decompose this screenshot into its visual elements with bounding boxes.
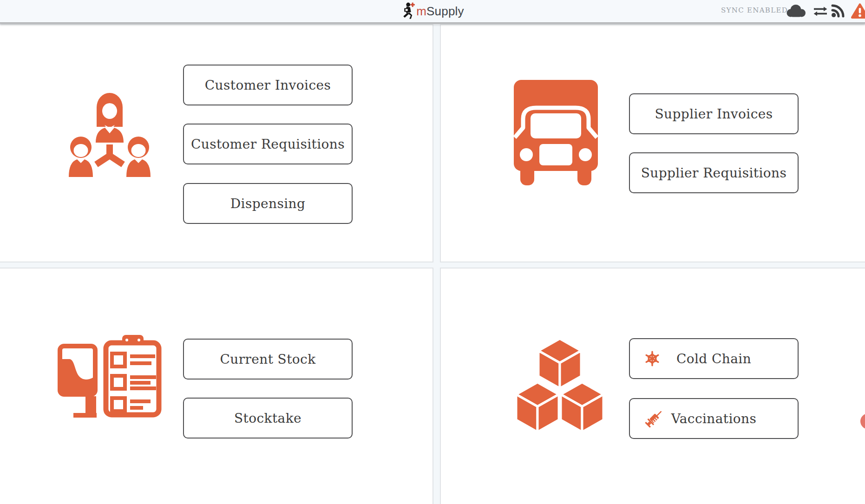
customers-group-icon xyxy=(57,91,163,177)
stock-quadrant: Current Stock Stocktake xyxy=(0,268,433,504)
button-label: Vaccinations xyxy=(671,411,757,426)
msupply-home-screen: mSupply SYNC ENABLED xyxy=(0,0,865,504)
monitor-checklist-icon xyxy=(57,335,164,421)
supplier-invoices-button[interactable]: Supplier Invoices xyxy=(629,93,799,134)
sync-arrows-icon[interactable] xyxy=(813,6,827,19)
msupply-logo: mSupply xyxy=(401,1,464,21)
cold-chain-button[interactable]: Cold Chain xyxy=(629,338,799,379)
stocktake-button[interactable]: Stocktake xyxy=(183,398,353,439)
modules-quadrant: Cold Chain Vaccinations xyxy=(440,268,865,504)
dispensing-button[interactable]: Dispensing xyxy=(183,183,353,224)
cloud-sync-icon[interactable] xyxy=(785,4,807,20)
current-stock-button[interactable]: Current Stock xyxy=(183,339,353,380)
snowflake-icon xyxy=(644,350,661,367)
warning-triangle-icon[interactable] xyxy=(851,3,865,21)
button-label: Dispensing xyxy=(230,196,306,211)
customer-invoices-button[interactable]: Customer Invoices xyxy=(183,65,353,105)
logo-text: mSupply xyxy=(416,4,464,19)
runner-logo-icon xyxy=(401,2,415,20)
customers-quadrant: Customer Invoices Customer Requisitions … xyxy=(0,24,433,262)
button-label: Supplier Requisitions xyxy=(641,165,787,181)
button-label: Cold Chain xyxy=(676,351,751,367)
vaccinations-button[interactable]: Vaccinations xyxy=(629,398,799,439)
stacked-cubes-icon xyxy=(513,338,606,434)
supplier-requisitions-button[interactable]: Supplier Requisitions xyxy=(629,152,799,193)
suppliers-quadrant: Supplier Invoices Supplier Requisitions xyxy=(440,24,865,262)
button-label: Current Stock xyxy=(220,352,315,367)
button-label: Supplier Invoices xyxy=(655,106,773,122)
button-label: Customer Invoices xyxy=(205,78,331,93)
delivery-truck-icon xyxy=(514,80,598,185)
button-label: Customer Requisitions xyxy=(191,137,345,152)
top-nav-bar: mSupply SYNC ENABLED xyxy=(0,0,865,24)
button-label: Stocktake xyxy=(234,411,301,426)
syringe-icon xyxy=(644,408,664,429)
sync-status-label: SYNC ENABLED xyxy=(721,6,788,14)
customer-requisitions-button[interactable]: Customer Requisitions xyxy=(183,124,353,164)
rss-icon[interactable] xyxy=(831,4,845,20)
